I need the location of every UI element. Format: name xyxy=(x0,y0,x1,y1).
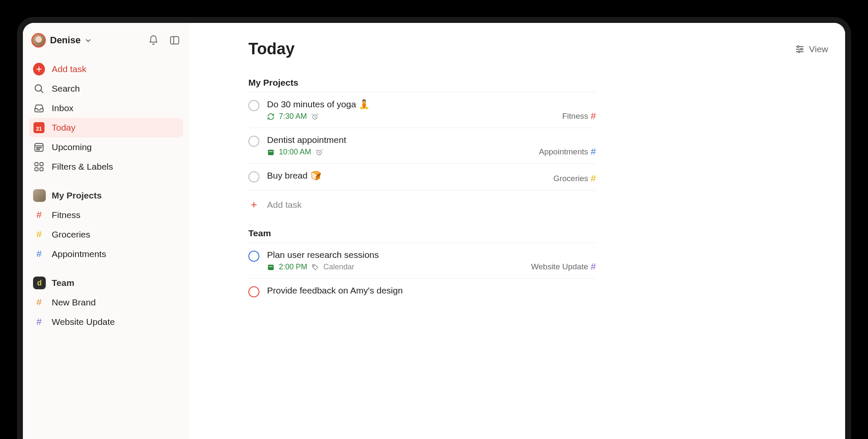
svg-rect-22 xyxy=(268,150,274,155)
add-task-inline[interactable]: + Add task xyxy=(248,190,596,228)
tag-icon xyxy=(312,263,319,271)
page-title: Today xyxy=(248,40,596,58)
sliders-icon xyxy=(795,44,805,54)
hash-icon: # xyxy=(591,146,596,157)
toggle-sidebar-button[interactable] xyxy=(169,34,181,46)
notifications-button[interactable] xyxy=(147,34,159,46)
task-project-link[interactable]: Website Update # xyxy=(531,261,596,272)
sidebar-item-inbox[interactable]: Inbox xyxy=(29,98,183,118)
alarm-icon xyxy=(311,113,319,120)
sidebar-project-new-brand[interactable]: # New Brand xyxy=(29,293,183,312)
task-row[interactable]: Do 30 minutes of yoga 🧘 7:30 AM Fitness … xyxy=(248,92,596,128)
nav-label: Today xyxy=(52,123,75,133)
svg-rect-0 xyxy=(170,36,179,44)
task-project-link[interactable]: Groceries # xyxy=(553,173,596,184)
sidebar-item-filters[interactable]: Filters & Labels xyxy=(29,157,183,176)
task-project-link[interactable]: Appointments # xyxy=(539,146,596,157)
event-icon xyxy=(267,263,275,271)
user-name: Denise xyxy=(50,35,81,46)
add-task-label: Add task xyxy=(267,200,302,210)
task-title: Provide feedback on Amy's design xyxy=(267,285,596,296)
sidebar-project-groceries[interactable]: # Groceries xyxy=(29,225,183,244)
search-icon xyxy=(33,83,45,94)
sidebar-project-fitness[interactable]: # Fitness xyxy=(29,205,183,225)
task-title: Plan user research sessions xyxy=(267,250,596,260)
svg-point-20 xyxy=(798,51,800,53)
svg-rect-13 xyxy=(35,168,38,171)
project-label: Website Update xyxy=(52,317,115,327)
group-heading: My Projects xyxy=(248,78,596,88)
svg-rect-26 xyxy=(269,266,273,267)
svg-point-9 xyxy=(37,149,38,150)
nav-label: Filters & Labels xyxy=(52,162,113,172)
task-row[interactable]: Dentist appointment 10:00 AM Appointment… xyxy=(248,128,596,163)
svg-line-3 xyxy=(41,90,43,92)
event-icon xyxy=(267,148,275,156)
sidebar-project-appointments[interactable]: # Appointments xyxy=(29,244,183,264)
task-title: Buy bread 🍞 xyxy=(267,171,596,181)
workspace-avatar xyxy=(33,189,46,202)
task-checkbox[interactable] xyxy=(248,286,259,297)
task-project-link[interactable]: Fitness # xyxy=(562,111,596,122)
alarm-icon xyxy=(315,148,323,156)
grid-icon xyxy=(33,161,45,172)
sidebar: Denise + Add task Search xyxy=(23,23,189,439)
sidebar-project-website-update[interactable]: # Website Update xyxy=(29,312,183,332)
task-checkbox[interactable] xyxy=(248,251,259,262)
task-row[interactable]: Buy bread 🍞 Groceries # xyxy=(248,163,596,190)
hash-icon: # xyxy=(36,229,42,240)
svg-point-7 xyxy=(39,147,39,148)
svg-point-2 xyxy=(35,85,42,91)
task-checkbox[interactable] xyxy=(248,171,259,182)
task-row[interactable]: Provide feedback on Amy's design xyxy=(248,278,596,305)
svg-rect-11 xyxy=(35,162,38,166)
hash-icon: # xyxy=(36,316,42,327)
sidebar-header: Denise xyxy=(29,31,183,59)
hash-icon: # xyxy=(591,111,596,122)
project-label: Fitness xyxy=(52,210,81,220)
task-checkbox[interactable] xyxy=(248,136,259,147)
project-label: Appointments xyxy=(52,249,106,259)
task-checkbox[interactable] xyxy=(248,100,259,111)
sidebar-item-search[interactable]: Search xyxy=(29,79,183,98)
svg-point-18 xyxy=(797,46,799,48)
svg-point-27 xyxy=(313,265,314,266)
task-time: 10:00 AM xyxy=(279,148,311,157)
view-button[interactable]: View xyxy=(795,44,828,54)
recurring-icon xyxy=(267,113,275,120)
view-label: View xyxy=(809,44,828,54)
add-task-button[interactable]: + Add task xyxy=(29,59,183,79)
project-label: Groceries xyxy=(52,229,90,240)
calendar-today-icon: 21 xyxy=(33,122,45,133)
nav-label: Search xyxy=(52,84,80,94)
user-menu[interactable]: Denise xyxy=(31,33,92,48)
svg-point-8 xyxy=(40,147,41,148)
user-avatar xyxy=(31,33,46,48)
sidebar-item-upcoming[interactable]: Upcoming xyxy=(29,137,183,157)
group-heading: Team xyxy=(248,228,596,238)
sidebar-section-team[interactable]: d Team xyxy=(29,264,183,293)
main-content: View Today My Projects Do 30 minutes of … xyxy=(189,23,845,439)
task-row[interactable]: Plan user research sessions 2:00 PM Cale… xyxy=(248,243,596,278)
panel-icon xyxy=(169,35,180,46)
plus-circle-icon: + xyxy=(33,63,45,75)
nav-label: Add task xyxy=(52,64,86,74)
hash-icon: # xyxy=(591,261,596,272)
task-label: Calendar xyxy=(323,263,354,271)
section-label: My Projects xyxy=(52,190,102,201)
project-label: New Brand xyxy=(52,297,96,308)
app-window: Denise + Add task Search xyxy=(17,17,851,439)
nav-label: Inbox xyxy=(52,103,73,113)
task-title: Dentist appointment xyxy=(267,135,596,145)
svg-point-10 xyxy=(39,149,39,150)
plus-icon: + xyxy=(248,198,259,211)
nav-label: Upcoming xyxy=(52,142,92,152)
svg-point-6 xyxy=(37,147,38,148)
sidebar-section-my-projects[interactable]: My Projects xyxy=(29,176,183,205)
hash-icon: # xyxy=(36,210,42,221)
svg-point-19 xyxy=(801,48,802,50)
sidebar-item-today[interactable]: 21 Today xyxy=(29,118,183,137)
team-avatar: d xyxy=(33,277,46,289)
calendar-grid-icon xyxy=(33,142,45,153)
hash-icon: # xyxy=(591,173,596,184)
